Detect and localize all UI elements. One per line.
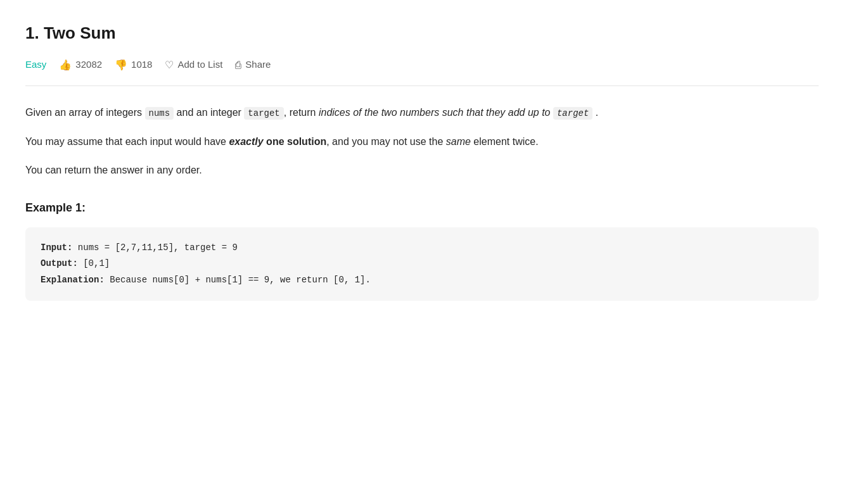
description-para1: Given an array of integers nums and an i… [25, 104, 819, 122]
desc-dot: . [592, 107, 598, 118]
problem-container: 1. Two Sum Easy 👍 32082 👎 1018 ♡ Add to … [0, 0, 844, 326]
desc-code-nums: nums [145, 107, 174, 120]
heart-icon: ♡ [165, 57, 174, 73]
example1-output-label: Output: [41, 258, 78, 268]
example1-input-line: Input: nums = [2,7,11,15], target = 9 [41, 240, 803, 256]
desc-code-target: target [244, 107, 283, 120]
desc-bold: exactly one solution [229, 136, 326, 147]
thumbs-up-count: 32082 [75, 57, 102, 72]
desc-text-6: element twice. [471, 136, 539, 147]
divider [25, 85, 819, 86]
example1-title: Example 1: [25, 199, 819, 217]
add-to-list-action[interactable]: ♡ Add to List [165, 57, 222, 73]
example1-explanation-label: Explanation: [41, 275, 105, 285]
desc-italic-1: indices of the two numbers such that the… [319, 107, 553, 118]
desc-text-4: You may assume that each input would hav… [25, 136, 229, 147]
example1-output-line: Output: [0,1] [41, 256, 803, 272]
example1-explanation-value: Because nums[0] + nums[1] == 9, we retur… [110, 275, 371, 285]
share-action[interactable]: ⎙ Share [235, 57, 271, 73]
thumbs-down-count: 1018 [131, 57, 152, 72]
description-para2: You may assume that each input would hav… [25, 133, 819, 150]
meta-bar: Easy 👍 32082 👎 1018 ♡ Add to List ⎙ Shar… [25, 57, 819, 73]
problem-description: Given an array of integers nums and an i… [25, 104, 819, 179]
problem-title: 1. Two Sum [25, 20, 819, 47]
difficulty-badge[interactable]: Easy [25, 57, 46, 72]
add-to-list-label: Add to List [177, 57, 222, 72]
share-icon: ⎙ [235, 57, 241, 73]
thumbs-down-icon: 👎 [115, 57, 127, 73]
thumbs-down-action[interactable]: 👎 1018 [115, 57, 152, 73]
desc-code-target2: target [553, 107, 592, 120]
thumbs-up-action[interactable]: 👍 32082 [59, 57, 102, 73]
thumbs-up-icon: 👍 [59, 57, 72, 73]
desc-text-5: , and you may not use the [326, 136, 446, 147]
example1-output-value: [0,1] [83, 258, 110, 268]
share-label: Share [245, 57, 271, 72]
desc-text-1: Given an array of integers [25, 107, 145, 118]
example1-code-block: Input: nums = [2,7,11,15], target = 9 Ou… [25, 227, 819, 301]
example1-input-label: Input: [41, 243, 72, 253]
example1-explanation-line: Explanation: Because nums[0] + nums[1] =… [41, 272, 803, 288]
desc-italic-2: same [446, 136, 471, 147]
desc-text-3: , return [284, 107, 319, 118]
description-para3: You can return the answer in any order. [25, 161, 819, 179]
desc-text-2: and an integer [174, 107, 244, 118]
example1-input-value: nums = [2,7,11,15], target = 9 [78, 243, 238, 253]
